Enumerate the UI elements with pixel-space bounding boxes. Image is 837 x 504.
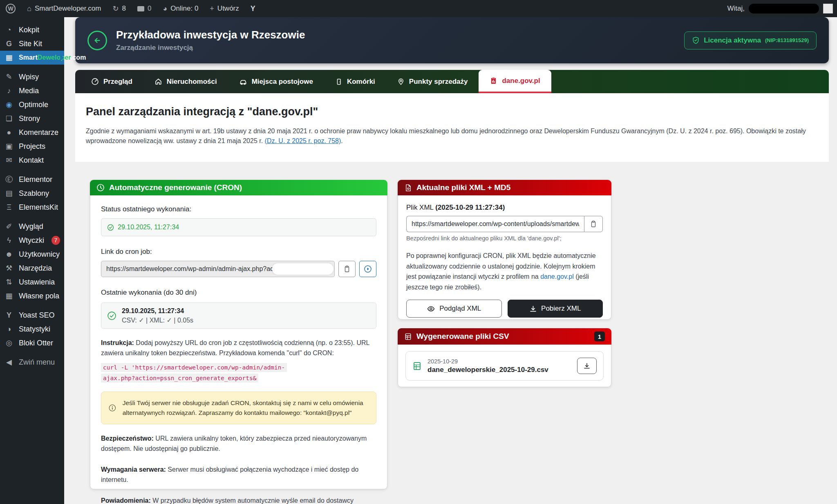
status-box: 29.10.2025, 11:27:34 [101,218,376,236]
license-badge[interactable]: Licencja aktywna (NIP:8131891529) [684,31,817,49]
arrow-left-icon [92,36,102,45]
sidebar-item-elementor[interactable]: Ⓔ Elementor [0,172,64,186]
wordpress-menu[interactable]: W [0,0,21,17]
xml-file-label: Plik XML (2025-10-29 11:27:34) [406,204,603,212]
xml-panel: Aktualne pliki XML + MD5 Plik XML (2025-… [398,180,611,320]
content-area: Przykładowa inwestycja w Rzeszowie Zarzą… [64,17,837,504]
sidebar-item-site-kit[interactable]: G Site Kit [0,37,64,51]
tab-miejsca-postojowe[interactable]: Miejsca postojowe [228,70,324,93]
yoast-menu[interactable]: Y [245,0,261,17]
xml-url-row [406,216,603,232]
site-name: SmartDeweloper.com [35,4,101,13]
dashboard-icon: ◔ [4,26,14,34]
new-content-menu[interactable]: + Utwórz [204,0,244,17]
executions-label: Ostatnie wykonania (do 30 dni) [101,289,376,297]
sidebar-item-narzedzia[interactable]: ⚒ Narzędzia [0,261,64,275]
run-cron-button[interactable] [359,261,376,277]
sidebar-item-komentarze[interactable]: ● Komentarze [0,125,64,139]
legal-link[interactable]: (Dz. U. z 2025 r. poz. 758) [265,137,341,144]
sidebar-item-kontakt[interactable]: ✉ Kontakt [0,153,64,167]
site-link[interactable]: ⌂ SmartDeweloper.com [21,0,107,17]
sidebar-item-uzytkownicy[interactable]: ☻ Użytkownicy [0,247,64,261]
tab-punkty-sprzedazy[interactable]: Punkty sprzedaży [386,70,479,93]
car-icon [239,78,247,86]
preview-xml-button[interactable]: Podgląd XML [406,300,502,318]
cron-link-row [101,261,376,277]
sidebar-item-wlasne-pola[interactable]: ▦ Własne pola [0,289,64,303]
page-title: Panel zarządzania integracją z "dane.gov… [86,105,818,118]
sidebar-item-yoast[interactable]: Y Yoast SEO [0,308,64,322]
portfolio-icon: ▣ [4,142,14,151]
sidebar-item-smartdeweloper[interactable]: ▦ SmartDeweloper.com [0,51,64,65]
updates-indicator[interactable]: ↻ 8 [107,0,132,17]
stats-pie-icon: ◑ [4,325,14,334]
sidebar-item-bloki-otter[interactable]: ◎ Bloki Otter [0,336,64,350]
xml-file-timestamp: (2025-10-29 11:27:34) [435,204,505,211]
sidebar-item-kokpit[interactable]: ◔ Kokpit [0,23,64,37]
tab-nieruchomosci[interactable]: Nieruchomości [143,70,228,93]
user-icon: ☻ [4,250,14,259]
otter-icon: ◎ [4,338,14,347]
security-paragraph: Bezpieczeństwo: URL zawiera unikalny tok… [101,433,376,454]
csv-panel-title: Wygenerowane pliki CSV [416,332,509,341]
download-icon [529,305,537,313]
house-icon [154,78,162,85]
comments-icon [137,6,144,11]
tab-dane-gov-pl[interactable]: dane.gov.pl [479,70,551,93]
xml-panel-title: Aktualne pliki XML + MD5 [416,183,510,192]
sidebar-item-optimole[interactable]: ◉ Optimole [0,98,64,112]
xml-url-input[interactable] [406,216,584,232]
csv-file-icon [412,361,422,371]
back-button[interactable] [87,31,107,50]
building-icon: ▦ [4,53,14,62]
elementor-icon: Ⓔ [4,175,14,184]
sidebar-item-wyglad[interactable]: ✐ Wygląd [0,220,64,233]
status-label: Status ostatniego wykonania: [101,205,376,213]
download-csv-button[interactable] [577,358,597,374]
sidebar-collapse-menu[interactable]: ◀ Zwiń menu [0,355,64,369]
online-indicator[interactable]: ◕ Online: 0 [157,0,204,17]
sidebar-item-media[interactable]: ♪ Media [0,84,64,98]
tab-komorki[interactable]: Komórki [324,70,386,93]
cron-warning-box: Jeśli Twój serwer nie obsługuje zadań CR… [101,392,376,424]
sidebar-item-szablony[interactable]: ▤ Szablony [0,186,64,200]
investment-subtitle: Zarządzanie inwestycją [116,44,305,52]
tab-przeglad[interactable]: Przegląd [80,70,143,93]
sidebar-item-elementskit[interactable]: Ξ ElementsKit [0,200,64,214]
clock-icon [96,184,105,192]
home-icon: ⌂ [27,5,31,12]
plugin-icon: ϟ [4,236,14,245]
execution-detail: CSV: ✓ | XML: ✓ | 0.05s [122,316,193,324]
cron-panel-body: Status ostatniego wykonania: 29.10.2025,… [90,195,387,489]
csv-panel-body: 2025-10-29 dane_deweloperskie_2025-10-29… [398,345,611,387]
check-circle-icon [107,224,114,231]
xml-url-caption: Bezpośredni link do aktualnego pliku XML… [406,235,603,242]
sidebar-item-ustawienia[interactable]: ⇅ Ustawienia [0,275,64,289]
plus-icon: + [210,5,214,12]
sidebar-item-projects[interactable]: ▣ Projects [0,139,64,153]
copy-xml-url-button[interactable] [584,216,603,232]
server-paragraph: Wymagania serwera: Serwer musi obsługiwa… [101,464,376,485]
gauge-icon [91,78,99,85]
csv-count-badge: 1 [594,332,605,341]
page-description: Zgodnie z wymaganiami wskazanymi w art. … [86,126,818,146]
admin-bar-account[interactable]: Witaj, [727,4,837,13]
sidebar-item-statystyki[interactable]: ◑ Statystyki [0,322,64,336]
sidebar-item-wtyczki[interactable]: ϟ Wtyczki 7 [0,233,64,247]
comments-indicator[interactable]: 0 [132,0,157,17]
copy-cron-url-button[interactable] [338,261,356,277]
page-header-section: Panel zarządzania integracją z "dane.gov… [75,93,829,162]
door-icon [335,78,342,85]
admin-sidebar: ◔ Kokpit G Site Kit ▦ SmartDeweloper.com… [0,17,64,504]
sidebar-item-wpisy[interactable]: ✎ Wpisy [0,70,64,84]
warning-text: Jeśli Twój serwer nie obsługuje zadań CR… [123,398,369,418]
wordpress-logo-icon: W [6,4,16,13]
sidebar-item-strony[interactable]: ❏ Strony [0,112,64,125]
dane-gov-link[interactable]: dane.gov.pl [540,273,574,280]
download-xml-button[interactable]: Pobierz XML [508,300,603,318]
envelope-icon: ✉ [4,156,14,165]
updates-icon: ↻ [112,5,119,12]
plugins-update-badge: 7 [51,236,60,245]
xml-panel-body: Plik XML (2025-10-29 11:27:34) Bezpośred… [398,195,611,320]
media-icon: ♪ [4,87,14,95]
